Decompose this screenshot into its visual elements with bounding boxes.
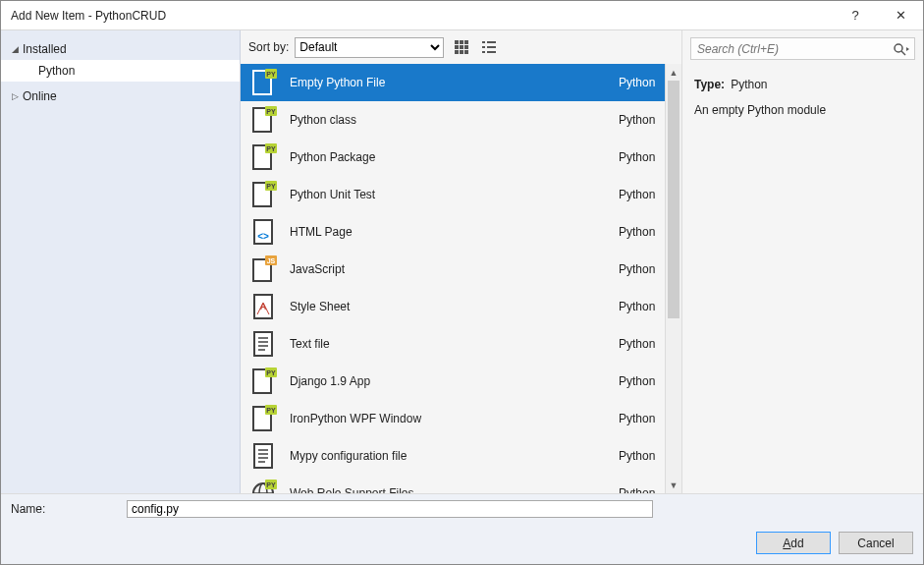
template-name: JavaScript [290, 262, 619, 276]
svg-rect-9 [482, 41, 485, 43]
dialog-body: ◢ Installed Python ▷ Online Sort by: Def… [1, 30, 923, 493]
close-icon: ✕ [896, 8, 906, 23]
template-icon: PY [250, 480, 278, 493]
svg-text:PY: PY [266, 369, 276, 376]
search-box[interactable] [690, 37, 915, 60]
add-button[interactable]: Add [756, 532, 831, 554]
svg-rect-8 [464, 50, 468, 54]
tree-label: Online [23, 89, 57, 103]
search-input[interactable] [691, 42, 889, 56]
svg-rect-5 [464, 45, 468, 49]
window-title: Add New Item - PythonCRUD [11, 9, 833, 23]
close-button[interactable]: ✕ [878, 1, 923, 30]
svg-text:PY: PY [266, 145, 276, 152]
sort-toolbar: Sort by: Default [241, 30, 681, 64]
type-label: Type: [694, 76, 725, 95]
template-row[interactable]: PY Python class Python [241, 101, 681, 139]
type-value: Python [731, 76, 767, 95]
search-icon[interactable] [889, 42, 914, 56]
template-row[interactable]: PY Django 1.9 App Python [241, 363, 681, 400]
dialog-footer: Name: Add Cancel [1, 493, 923, 564]
template-icon: PY [250, 69, 278, 96]
details-panel: Type: Python An empty Python module [681, 30, 923, 493]
template-name: HTML Page [290, 225, 619, 239]
chevron-right-icon: ▷ [9, 90, 21, 102]
template-name: Style Sheet [290, 300, 619, 313]
svg-rect-14 [487, 51, 496, 53]
svg-text:<>: <> [257, 231, 269, 242]
template-row[interactable]: Text file Python [241, 325, 681, 363]
svg-text:PY: PY [266, 183, 276, 190]
cancel-button[interactable]: Cancel [839, 532, 913, 554]
dialog-window: Add New Item - PythonCRUD ? ✕ ◢ Installe… [0, 0, 924, 565]
svg-rect-34 [254, 332, 272, 356]
scroll-up-icon[interactable]: ▲ [666, 64, 681, 81]
tree-node-installed[interactable]: ◢ Installed [1, 38, 240, 60]
template-name: Text file [290, 337, 619, 351]
sort-by-label: Sort by: [248, 40, 289, 54]
view-medium-icons-button[interactable] [452, 38, 471, 56]
svg-text:PY: PY [266, 481, 276, 488]
name-input[interactable] [127, 500, 653, 518]
template-icon: PY [250, 143, 278, 171]
template-row[interactable]: PY Python Package Python [241, 139, 681, 176]
tree-label: Installed [23, 42, 67, 56]
svg-rect-11 [482, 46, 485, 48]
svg-rect-1 [460, 40, 463, 44]
category-sidebar[interactable]: ◢ Installed Python ▷ Online [1, 30, 241, 493]
help-button[interactable]: ? [833, 1, 878, 30]
tree-label: Python [38, 64, 75, 78]
template-panel: Sort by: Default PY Empty Python File Py… [241, 30, 681, 493]
template-name: Python class [290, 113, 619, 127]
template-icon: PY [250, 405, 278, 432]
svg-rect-0 [455, 40, 459, 44]
svg-rect-45 [254, 444, 272, 468]
svg-point-55 [895, 44, 902, 52]
chevron-down-icon: ◢ [9, 43, 21, 55]
tree-node-online[interactable]: ▷ Online [1, 85, 240, 107]
scroll-down-icon[interactable]: ▼ [666, 477, 681, 493]
template-list[interactable]: PY Empty Python File Python PY Python cl… [241, 64, 681, 493]
template-icon: PY [250, 181, 278, 208]
template-row[interactable]: PY IronPython WPF Window Python [241, 400, 681, 437]
template-row[interactable]: PY Web Role Support Files Python [241, 475, 681, 493]
template-details: Type: Python An empty Python module [682, 62, 923, 135]
template-row[interactable]: JS JavaScript Python [241, 251, 681, 288]
list-icon [482, 41, 496, 53]
vertical-scrollbar[interactable]: ▲ ▼ [665, 64, 681, 493]
svg-rect-3 [455, 45, 459, 49]
title-bar: Add New Item - PythonCRUD ? ✕ [1, 1, 923, 30]
grid-icon [455, 40, 468, 54]
tree-node-python[interactable]: Python [1, 60, 240, 82]
svg-rect-13 [482, 51, 485, 53]
template-name: Python Package [290, 150, 619, 164]
svg-rect-7 [460, 50, 463, 54]
svg-rect-4 [460, 45, 463, 49]
name-label: Name: [11, 502, 127, 516]
svg-rect-10 [487, 41, 496, 43]
view-small-icons-button[interactable] [479, 38, 499, 56]
scroll-thumb[interactable] [668, 81, 679, 318]
template-name: Web Role Support Files [290, 486, 619, 493]
svg-rect-6 [455, 50, 459, 54]
template-description: An empty Python module [694, 101, 911, 121]
svg-rect-12 [487, 46, 496, 48]
template-row[interactable]: A Style Sheet Python [241, 288, 681, 325]
scroll-track[interactable] [666, 81, 681, 477]
svg-text:PY: PY [266, 407, 276, 414]
sort-by-select[interactable]: Default [295, 37, 444, 58]
template-icon: JS [250, 255, 278, 283]
template-row[interactable]: PY Empty Python File Python [241, 64, 681, 101]
svg-text:PY: PY [266, 71, 276, 78]
template-row[interactable]: PY Python Unit Test Python [241, 176, 681, 213]
template-row[interactable]: Mypy configuration file Python [241, 437, 681, 475]
template-row[interactable]: <> HTML Page Python [241, 213, 681, 251]
svg-text:JS: JS [267, 257, 276, 264]
svg-text:PY: PY [266, 108, 276, 115]
template-icon: <> [250, 218, 278, 246]
template-icon [250, 442, 278, 470]
template-name: Mypy configuration file [290, 449, 619, 463]
svg-rect-2 [464, 40, 468, 44]
template-name: IronPython WPF Window [290, 412, 619, 425]
template-icon [250, 330, 278, 358]
